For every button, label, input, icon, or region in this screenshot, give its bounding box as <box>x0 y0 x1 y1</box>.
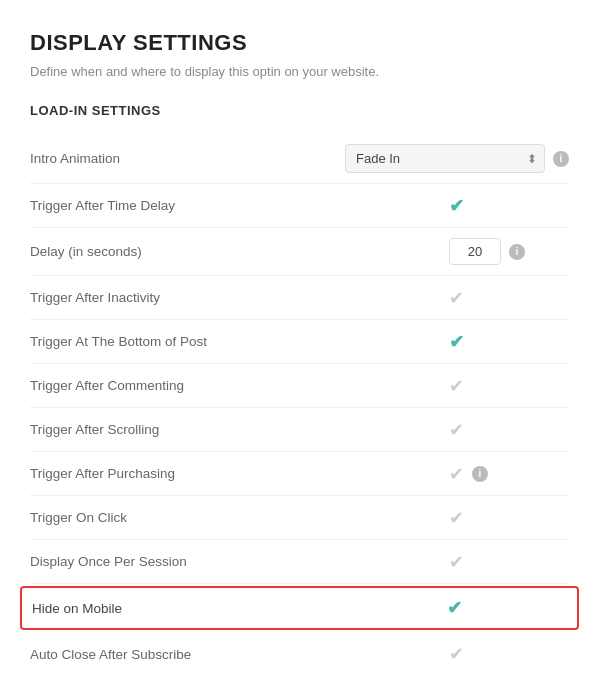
checkbox-trigger-on-click[interactable]: ✔ <box>449 507 464 529</box>
checkbox-trigger-commenting[interactable]: ✔ <box>449 375 464 397</box>
label-trigger-inactivity: Trigger After Inactivity <box>30 290 449 305</box>
select-intro-animation[interactable]: Fade InSlide InNone <box>345 144 545 173</box>
label-trigger-on-click: Trigger On Click <box>30 510 449 525</box>
row-trigger-bottom-post: Trigger At The Bottom of Post✔ <box>30 320 569 364</box>
row-intro-animation: Intro AnimationFade InSlide InNone⬍i <box>30 134 569 184</box>
row-trigger-commenting: Trigger After Commenting✔ <box>30 364 569 408</box>
checkbox-trigger-time-delay[interactable]: ✔ <box>449 195 464 217</box>
row-trigger-inactivity: Trigger After Inactivity✔ <box>30 276 569 320</box>
page-title: DISPLAY SETTINGS <box>30 30 569 56</box>
control-trigger-on-click[interactable]: ✔ <box>449 507 569 529</box>
section-load-in: LOAD-IN SETTINGS Intro AnimationFade InS… <box>30 103 569 673</box>
label-hide-on-mobile: Hide on Mobile <box>32 601 447 616</box>
control-hide-on-mobile[interactable]: ✔ <box>447 597 567 619</box>
info-icon-delay-seconds[interactable]: i <box>509 244 525 260</box>
checkbox-trigger-scrolling[interactable]: ✔ <box>449 419 464 441</box>
control-trigger-purchasing[interactable]: ✔i <box>449 463 569 485</box>
checkbox-trigger-purchasing[interactable]: ✔ <box>449 463 464 485</box>
info-icon-trigger-purchasing[interactable]: i <box>472 466 488 482</box>
control-trigger-commenting[interactable]: ✔ <box>449 375 569 397</box>
label-trigger-scrolling: Trigger After Scrolling <box>30 422 449 437</box>
checkbox-auto-close-subscribe[interactable]: ✔ <box>449 643 464 665</box>
checkbox-trigger-inactivity[interactable]: ✔ <box>449 287 464 309</box>
control-trigger-bottom-post[interactable]: ✔ <box>449 331 569 353</box>
control-delay-seconds[interactable]: i <box>449 238 569 265</box>
control-trigger-inactivity[interactable]: ✔ <box>449 287 569 309</box>
label-trigger-time-delay: Trigger After Time Delay <box>30 198 449 213</box>
row-trigger-on-click: Trigger On Click✔ <box>30 496 569 540</box>
control-display-once-session[interactable]: ✔ <box>449 551 569 573</box>
row-delay-seconds: Delay (in seconds)i <box>30 228 569 276</box>
select-wrapper-intro-animation: Fade InSlide InNone⬍ <box>345 144 545 173</box>
label-delay-seconds: Delay (in seconds) <box>30 244 449 259</box>
checkbox-display-once-session[interactable]: ✔ <box>449 551 464 573</box>
info-icon-intro-animation[interactable]: i <box>553 151 569 167</box>
control-auto-close-subscribe[interactable]: ✔ <box>449 643 569 665</box>
control-intro-animation[interactable]: Fade InSlide InNone⬍i <box>345 144 569 173</box>
row-display-once-session: Display Once Per Session✔ <box>30 540 569 584</box>
label-intro-animation: Intro Animation <box>30 151 345 166</box>
row-trigger-scrolling: Trigger After Scrolling✔ <box>30 408 569 452</box>
row-trigger-time-delay: Trigger After Time Delay✔ <box>30 184 569 228</box>
input-delay-seconds[interactable] <box>449 238 501 265</box>
label-trigger-commenting: Trigger After Commenting <box>30 378 449 393</box>
settings-rows: Intro AnimationFade InSlide InNone⬍iTrig… <box>30 134 569 673</box>
row-trigger-purchasing: Trigger After Purchasing✔i <box>30 452 569 496</box>
section-title: LOAD-IN SETTINGS <box>30 103 569 118</box>
checkbox-hide-on-mobile[interactable]: ✔ <box>447 597 462 619</box>
label-auto-close-subscribe: Auto Close After Subscribe <box>30 647 449 662</box>
label-display-once-session: Display Once Per Session <box>30 554 449 569</box>
row-hide-on-mobile: Hide on Mobile✔ <box>20 586 579 630</box>
page-subtitle: Define when and where to display this op… <box>30 64 569 79</box>
control-trigger-scrolling[interactable]: ✔ <box>449 419 569 441</box>
control-trigger-time-delay[interactable]: ✔ <box>449 195 569 217</box>
label-trigger-bottom-post: Trigger At The Bottom of Post <box>30 334 449 349</box>
label-trigger-purchasing: Trigger After Purchasing <box>30 466 449 481</box>
row-auto-close-subscribe: Auto Close After Subscribe✔ <box>30 632 569 673</box>
checkbox-trigger-bottom-post[interactable]: ✔ <box>449 331 464 353</box>
